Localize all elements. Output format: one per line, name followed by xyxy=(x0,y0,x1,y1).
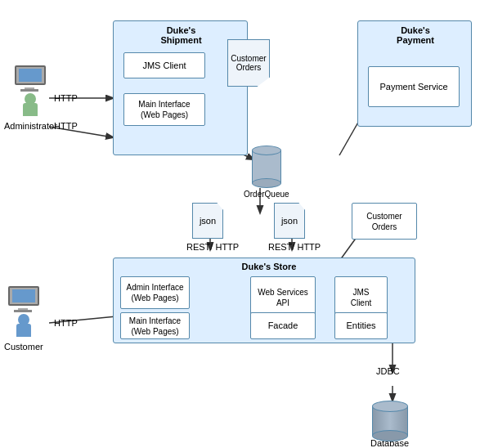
admin-http1-label: HTTP xyxy=(54,92,78,104)
administrator-actor: Administrator xyxy=(4,65,57,131)
customer-orders-right: Customer Orders xyxy=(352,203,417,240)
customer-label: Customer xyxy=(4,342,43,352)
dukes-payment-title: Duke'sPayment xyxy=(358,25,473,45)
cyl-top xyxy=(252,146,281,155)
customer-person xyxy=(15,314,33,342)
admin-http2-label: HTTP xyxy=(54,120,78,132)
architecture-diagram: Administrator HTTP HTTP Duke'sShipment J… xyxy=(0,0,480,448)
db-top xyxy=(372,401,408,412)
db-bottom xyxy=(372,430,408,441)
jms-client-shipment: JMS Client xyxy=(123,52,205,78)
administrator-label: Administrator xyxy=(4,121,57,131)
computer-icon-customer xyxy=(7,286,40,312)
rest-http-label-1: REST/ HTTP xyxy=(186,241,239,253)
main-interface-store-box: Main Interface (Web Pages) xyxy=(120,312,190,339)
json-doc-2: json xyxy=(274,203,305,239)
database-icon xyxy=(372,401,408,441)
json-doc-1: json xyxy=(192,203,223,239)
customer-actor: Customer xyxy=(4,286,43,352)
facade-box: Facade xyxy=(250,312,316,339)
customer-orders-top: Customer Orders xyxy=(227,39,270,87)
jdbc-label: JDBC xyxy=(376,365,400,377)
entities-box: Entities xyxy=(334,312,388,339)
dukes-store-container: Duke's Store Admin Interface (Web Pages)… xyxy=(113,258,415,343)
dukes-store-title: Duke's Store xyxy=(220,262,318,271)
cyl-bottom xyxy=(252,178,281,188)
admin-person xyxy=(21,93,39,121)
computer-icon-admin xyxy=(14,65,47,92)
payment-service-box: Payment Service xyxy=(368,66,460,107)
rest-http-label-2: REST/ HTTP xyxy=(268,241,321,253)
main-interface-shipment: Main Interface (Web Pages) xyxy=(123,93,205,126)
dukes-payment-container: Duke'sPayment Payment Service xyxy=(357,20,472,127)
customer-http-label: HTTP xyxy=(54,317,78,329)
order-queue-label: OrderQueue xyxy=(244,190,289,199)
admin-interface-box: Admin Interface (Web Pages) xyxy=(120,276,190,309)
order-queue-cylinder: OrderQueue xyxy=(244,146,289,199)
